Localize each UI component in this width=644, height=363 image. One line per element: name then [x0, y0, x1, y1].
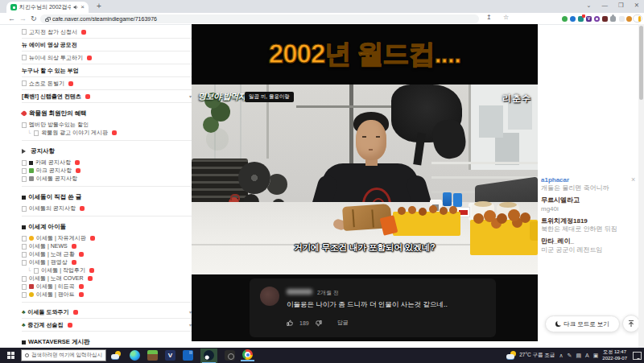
sidebar-toggle-icon[interactable]: [619, 16, 625, 22]
profile-chip[interactable]: [633, 14, 642, 23]
box-tray-icon[interactable]: ▣: [593, 353, 599, 359]
sidebar-item[interactable]: 뉴이네 의상 투고하기: [22, 52, 192, 64]
camera-app-icon[interactable]: [225, 350, 235, 361]
extension-icon[interactable]: [562, 16, 568, 22]
chat-text: mg40i: [541, 205, 634, 213]
sidebar-item[interactable]: 이세돌 | 팬영상: [22, 258, 192, 266]
sidebar-item[interactable]: 이세돌 | 노래 근황: [22, 250, 192, 258]
sidebar-item[interactable]: 이세돌 | 팬아트: [22, 291, 192, 299]
sidebar-item[interactable]: 이세돌 | 자유게시판: [22, 234, 192, 242]
scroll-to-top-button[interactable]: [622, 315, 640, 332]
v-app-icon[interactable]: V: [165, 350, 175, 361]
minimize-button[interactable]: —: [601, 2, 608, 9]
board-icon: [22, 292, 27, 298]
sidebar-item[interactable]: ♣이세돌 도와주기▾: [22, 306, 192, 319]
scrollbar-thumb[interactable]: [639, 26, 643, 100]
chat-close-icon[interactable]: ×: [631, 175, 635, 184]
chat-username[interactable]: a1phacar: [541, 176, 634, 184]
extension-icon[interactable]: [578, 16, 584, 22]
extension-icon[interactable]: V: [586, 16, 592, 22]
chat-username[interactable]: 만타_레이_: [541, 237, 634, 245]
board-icon: [22, 260, 27, 266]
minecraft-icon[interactable]: [147, 350, 158, 361]
windows-logo-icon: [7, 352, 14, 359]
pen-tray-icon[interactable]: ✎: [568, 353, 572, 359]
sidebar-item[interactable]: 고지전 참가 신청서: [22, 26, 192, 39]
extension-icon[interactable]: [602, 16, 608, 22]
tab-close-icon[interactable]: ×: [80, 4, 85, 10]
page-scrollbar[interactable]: [638, 24, 644, 348]
notification-center-icon[interactable]: [633, 352, 642, 360]
dark-mode-button[interactable]: 다크 모드로 보기: [545, 316, 620, 332]
sidebar-item[interactable]: 카페 공지사항: [22, 159, 192, 167]
board-tray-icon[interactable]: ▤: [576, 353, 581, 359]
sidebar-item[interactable]: 누구나 할 수 있는 부업: [22, 64, 192, 77]
chrome-taskbar-button[interactable]: [242, 349, 253, 361]
sidebar-item[interactable]: 이세돌 공지사항: [22, 175, 192, 183]
url-text[interactable]: cafe.naver.com/steamindiegame/7163976: [52, 16, 157, 22]
board-icon: [22, 160, 27, 166]
reload-button[interactable]: ↻: [31, 14, 37, 23]
edge-icon[interactable]: [130, 350, 140, 361]
board-icon: [22, 176, 27, 182]
youtube-comment: 2개월 전 이을용은 나이가 좀 드니까 더 인물이 사는것 같으네.. 189…: [250, 278, 496, 337]
extension-icon[interactable]: [570, 16, 576, 22]
reply-button[interactable]: 답글: [337, 319, 349, 327]
like-icon[interactable]: [287, 320, 294, 327]
forward-button[interactable]: →: [19, 14, 27, 23]
maximize-button[interactable]: ❐: [618, 2, 624, 9]
chat-username[interactable]: 무르시엘라고: [541, 196, 634, 204]
back-button[interactable]: ←: [8, 14, 15, 23]
steam-taskbar-button[interactable]: [200, 349, 217, 363]
chat-message: 만타_레이_ 미군 공군이 레전드임: [541, 237, 634, 254]
cafe-sidebar: 고지전 참가 신청서 뉴 에이비 영상 공모전 뉴이네 의상 투고하기 누구나 …: [22, 26, 192, 363]
board-icon: [22, 168, 27, 174]
taskbar: 검색하려면 여기에 입력하십시 V 27°C 구름 조금 ∧ ✎ ▤ A ▣ 오…: [0, 348, 644, 363]
sidebar-item[interactable]: 이세돌 | 노래 COVER: [22, 274, 192, 283]
sidebar-item[interactable]: 왁물원 광고 이야기 게시판: [22, 129, 192, 137]
sidebar-item[interactable]: 멤버만 받을수있는 할인: [22, 121, 192, 129]
chrome-icon: [242, 349, 253, 360]
sidebar-section-header: 왁물원 회원만의 혜택: [22, 109, 192, 118]
tray-weather[interactable]: 27°C 구름 조금: [506, 351, 555, 360]
extension-icon[interactable]: [594, 16, 600, 22]
dislike-icon[interactable]: [315, 320, 322, 327]
address-bar[interactable]: cafe.naver.com/steamindiegame/7163976: [40, 14, 479, 23]
sidebar-item[interactable]: 쇼츠로 돈벌기: [22, 77, 192, 90]
browser-tab[interactable]: 치킨수님의 2002겹수 울룸 ×: [6, 2, 89, 13]
arrow-up-icon: [627, 320, 635, 328]
blue-app-icon[interactable]: [183, 350, 193, 361]
ime-indicator[interactable]: A: [585, 353, 589, 358]
sidebar-item[interactable]: 이세돌의 공지사항: [22, 204, 192, 212]
hidden-icons-chevron[interactable]: ∧: [559, 353, 563, 359]
sidebar-item[interactable]: 뉴 에이비 영상 공모전: [22, 39, 192, 52]
sidebar-item[interactable]: ♣중간계 선술집▾: [22, 319, 192, 332]
sidebar-item[interactable]: [확밴!] 신랩출연 컨텐츠▾: [22, 90, 192, 103]
new-badge: [81, 30, 86, 35]
tab-audio-icon[interactable]: [73, 5, 78, 10]
close-button[interactable]: ✕: [634, 2, 639, 9]
bookmark-star-icon[interactable]: ☆: [503, 14, 509, 21]
extensions-puzzle-icon[interactable]: [610, 16, 616, 22]
sidebar-item[interactable]: 이세돌 | 히든곡: [22, 283, 192, 291]
show-logo: 명보야 밥먹자: [198, 91, 246, 102]
ring-ropes: [431, 162, 538, 164]
start-button[interactable]: [0, 348, 21, 363]
sidebar-item[interactable]: 이세돌 | 작업후기: [22, 266, 192, 274]
news-weather-icon[interactable]: [111, 351, 122, 360]
taskbar-clock[interactable]: 오전 12:47 2022-09-07: [602, 349, 627, 361]
sidebar-item[interactable]: 마크 공지사항: [22, 167, 192, 175]
sidebar-section-header: 이세돌이 직접 쓴 글: [22, 193, 192, 201]
new-badge: [80, 206, 85, 211]
profile-avatar[interactable]: [626, 16, 632, 22]
share-icon[interactable]: ↥: [486, 14, 492, 21]
divider: [22, 186, 192, 187]
new-tab-button[interactable]: +: [97, 2, 101, 10]
sidebar-section-header: WAKTAVERSE 게시판: [22, 338, 192, 346]
taskbar-search-input[interactable]: 검색하려면 여기에 입력하십시: [21, 349, 106, 361]
tab-search-icon[interactable]: ⌄: [586, 2, 591, 9]
sidebar-item[interactable]: 이세돌 | NEWS: [22, 242, 192, 250]
sidebar-section-header: 공지사항: [22, 147, 192, 155]
board-icon: [22, 244, 27, 250]
chat-username[interactable]: 트위치계정1819: [541, 217, 634, 225]
